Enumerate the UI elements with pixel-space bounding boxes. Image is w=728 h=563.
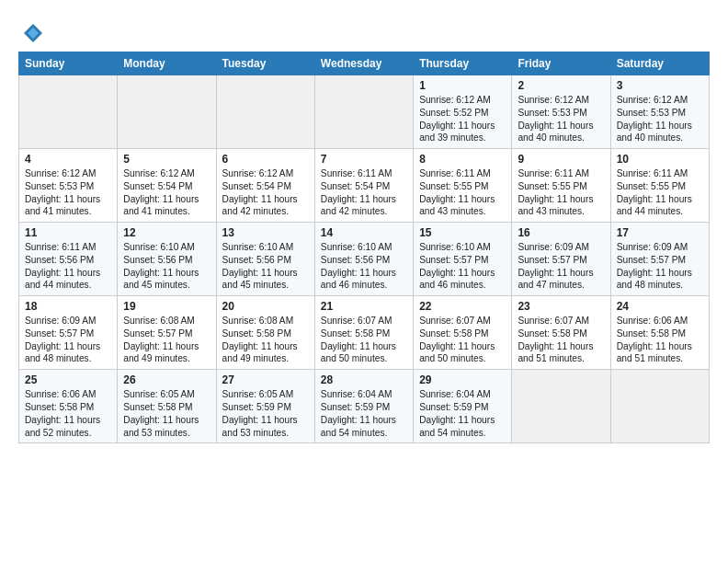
calendar-cell: 7Sunrise: 6:11 AM Sunset: 5:54 PM Daylig… [314,149,413,223]
day-number: 11 [25,226,111,239]
cell-info: Sunrise: 6:04 AM Sunset: 5:59 PM Dayligh… [321,388,407,439]
calendar-cell: 22Sunrise: 6:07 AM Sunset: 5:58 PM Dayli… [414,296,512,370]
logo-icon [18,20,44,46]
day-number: 12 [123,226,210,239]
calendar-cell: 21Sunrise: 6:07 AM Sunset: 5:58 PM Dayli… [314,296,413,370]
calendar-cell: 29Sunrise: 6:04 AM Sunset: 5:59 PM Dayli… [414,370,512,443]
cell-info: Sunrise: 6:11 AM Sunset: 5:55 PM Dayligh… [518,167,604,218]
cell-info: Sunrise: 6:10 AM Sunset: 5:57 PM Dayligh… [419,241,506,292]
cell-info: Sunrise: 6:09 AM Sunset: 5:57 PM Dayligh… [518,241,604,292]
calendar-cell: 27Sunrise: 6:05 AM Sunset: 5:59 PM Dayli… [216,370,314,443]
cell-info: Sunrise: 6:07 AM Sunset: 5:58 PM Dayligh… [419,315,506,365]
day-number: 6 [222,153,309,166]
calendar-cell: 15Sunrise: 6:10 AM Sunset: 5:57 PM Dayli… [414,223,512,296]
cell-info: Sunrise: 6:05 AM Sunset: 5:59 PM Dayligh… [222,388,309,439]
calendar-cell: 20Sunrise: 6:08 AM Sunset: 5:58 PM Dayli… [216,296,314,370]
calendar-cell: 4Sunrise: 6:12 AM Sunset: 5:53 PM Daylig… [19,149,118,223]
cell-info: Sunrise: 6:12 AM Sunset: 5:53 PM Dayligh… [25,167,111,218]
cell-info: Sunrise: 6:10 AM Sunset: 5:56 PM Dayligh… [222,241,309,292]
day-number: 2 [518,79,604,92]
cell-info: Sunrise: 6:12 AM Sunset: 5:52 PM Dayligh… [419,94,506,144]
calendar-cell: 11Sunrise: 6:11 AM Sunset: 5:56 PM Dayli… [19,223,118,296]
cell-info: Sunrise: 6:10 AM Sunset: 5:56 PM Dayligh… [123,241,210,292]
calendar-cell: 19Sunrise: 6:08 AM Sunset: 5:57 PM Dayli… [118,296,216,370]
calendar-cell [19,75,118,149]
day-number: 1 [419,79,506,92]
cell-info: Sunrise: 6:09 AM Sunset: 5:57 PM Dayligh… [617,241,703,292]
day-number: 21 [321,300,407,313]
cell-info: Sunrise: 6:11 AM Sunset: 5:55 PM Dayligh… [617,167,703,218]
calendar-cell: 18Sunrise: 6:09 AM Sunset: 5:57 PM Dayli… [19,296,118,370]
header-day: Monday [118,52,216,75]
calendar-cell [610,370,709,443]
cell-info: Sunrise: 6:07 AM Sunset: 5:58 PM Dayligh… [321,315,407,365]
calendar-week: 18Sunrise: 6:09 AM Sunset: 5:57 PM Dayli… [19,296,710,370]
calendar-week: 11Sunrise: 6:11 AM Sunset: 5:56 PM Dayli… [19,223,710,296]
cell-info: Sunrise: 6:12 AM Sunset: 5:54 PM Dayligh… [123,167,210,218]
calendar-cell: 10Sunrise: 6:11 AM Sunset: 5:55 PM Dayli… [610,149,709,223]
cell-info: Sunrise: 6:12 AM Sunset: 5:53 PM Dayligh… [617,94,703,144]
calendar-cell: 9Sunrise: 6:11 AM Sunset: 5:55 PM Daylig… [512,149,610,223]
calendar-cell [118,75,216,149]
calendar-cell: 13Sunrise: 6:10 AM Sunset: 5:56 PM Dayli… [216,223,314,296]
calendar-cell: 17Sunrise: 6:09 AM Sunset: 5:57 PM Dayli… [610,223,709,296]
day-number: 28 [321,373,407,386]
calendar-cell: 26Sunrise: 6:05 AM Sunset: 5:58 PM Dayli… [118,370,216,443]
cell-info: Sunrise: 6:05 AM Sunset: 5:58 PM Dayligh… [123,388,210,439]
header [18,17,710,46]
calendar-week: 1Sunrise: 6:12 AM Sunset: 5:52 PM Daylig… [19,75,710,149]
day-number: 4 [25,153,111,166]
day-number: 8 [419,153,506,166]
calendar-cell: 1Sunrise: 6:12 AM Sunset: 5:52 PM Daylig… [414,75,512,149]
header-day: Saturday [610,52,709,75]
cell-info: Sunrise: 6:11 AM Sunset: 5:55 PM Dayligh… [419,167,506,218]
cell-info: Sunrise: 6:08 AM Sunset: 5:58 PM Dayligh… [222,315,309,365]
header-day: Wednesday [314,52,413,75]
day-number: 16 [518,226,604,239]
calendar-cell: 8Sunrise: 6:11 AM Sunset: 5:55 PM Daylig… [414,149,512,223]
header-row: SundayMondayTuesdayWednesdayThursdayFrid… [19,52,710,75]
cell-info: Sunrise: 6:06 AM Sunset: 5:58 PM Dayligh… [25,388,111,439]
cell-info: Sunrise: 6:10 AM Sunset: 5:56 PM Dayligh… [321,241,407,292]
calendar-cell: 23Sunrise: 6:07 AM Sunset: 5:58 PM Dayli… [512,296,610,370]
day-number: 3 [617,79,703,92]
calendar-week: 25Sunrise: 6:06 AM Sunset: 5:58 PM Dayli… [19,370,710,443]
day-number: 25 [25,373,111,386]
day-number: 5 [123,153,210,166]
day-number: 15 [419,226,506,239]
day-number: 20 [222,300,309,313]
cell-info: Sunrise: 6:08 AM Sunset: 5:57 PM Dayligh… [123,315,210,365]
day-number: 9 [518,153,604,166]
day-number: 13 [222,226,309,239]
day-number: 29 [419,373,506,386]
calendar-cell: 12Sunrise: 6:10 AM Sunset: 5:56 PM Dayli… [118,223,216,296]
calendar-cell: 14Sunrise: 6:10 AM Sunset: 5:56 PM Dayli… [314,223,413,296]
calendar-cell: 3Sunrise: 6:12 AM Sunset: 5:53 PM Daylig… [610,75,709,149]
day-number: 19 [123,300,210,313]
calendar-cell [512,370,610,443]
header-day: Thursday [414,52,512,75]
calendar-cell: 6Sunrise: 6:12 AM Sunset: 5:54 PM Daylig… [216,149,314,223]
cell-info: Sunrise: 6:11 AM Sunset: 5:54 PM Dayligh… [321,167,407,218]
day-number: 24 [617,300,703,313]
day-number: 10 [617,153,703,166]
day-number: 26 [123,373,210,386]
calendar-week: 4Sunrise: 6:12 AM Sunset: 5:53 PM Daylig… [19,149,710,223]
cell-info: Sunrise: 6:12 AM Sunset: 5:54 PM Dayligh… [222,167,309,218]
day-number: 18 [25,300,111,313]
calendar-cell: 16Sunrise: 6:09 AM Sunset: 5:57 PM Dayli… [512,223,610,296]
calendar-cell: 25Sunrise: 6:06 AM Sunset: 5:58 PM Dayli… [19,370,118,443]
calendar-cell [216,75,314,149]
cell-info: Sunrise: 6:06 AM Sunset: 5:58 PM Dayligh… [617,315,703,365]
cell-info: Sunrise: 6:04 AM Sunset: 5:59 PM Dayligh… [419,388,506,439]
cell-info: Sunrise: 6:11 AM Sunset: 5:56 PM Dayligh… [25,241,111,292]
day-number: 23 [518,300,604,313]
calendar-cell: 28Sunrise: 6:04 AM Sunset: 5:59 PM Dayli… [314,370,413,443]
cell-info: Sunrise: 6:07 AM Sunset: 5:58 PM Dayligh… [518,315,604,365]
day-number: 14 [321,226,407,239]
calendar-cell: 2Sunrise: 6:12 AM Sunset: 5:53 PM Daylig… [512,75,610,149]
cell-info: Sunrise: 6:12 AM Sunset: 5:53 PM Dayligh… [518,94,604,144]
calendar-table: SundayMondayTuesdayWednesdayThursdayFrid… [18,52,710,443]
day-number: 27 [222,373,309,386]
day-number: 17 [617,226,703,239]
